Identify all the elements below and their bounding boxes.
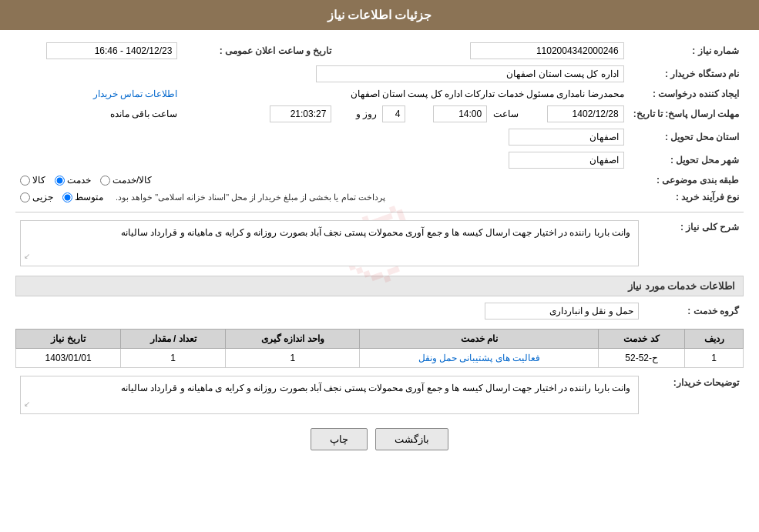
cell-name[interactable]: فعالیت های پشتیبانی حمل ونقل <box>360 349 599 368</box>
buyer-description-box: وانت باربا راننده در اختیار جهت ارسال کی… <box>20 376 639 414</box>
purchase-type-note: پرداخت تمام یا بخشی از مبلغ خریدار از مح… <box>116 192 385 202</box>
buyer-org-label: نام دستگاه خریدار : <box>629 62 744 85</box>
services-section-header: اطلاعات خدمات مورد نیاز <box>15 276 744 296</box>
reply-day-label: روز و <box>356 109 377 119</box>
divider-1 <box>15 212 744 212</box>
reply-date: 1402/12/28 <box>547 105 624 122</box>
need-description-box: وانت باربا راننده در اختیار جهت ارسال کی… <box>20 220 639 266</box>
col-header-quantity: تعداد / مقدار <box>121 330 226 349</box>
purchase-type-jozii-radio[interactable] <box>20 192 30 202</box>
print-button[interactable]: چاپ <box>311 428 368 450</box>
reply-day: 4 <box>382 105 405 122</box>
delivery-province-value: اصفهان <box>509 129 624 146</box>
col-header-row: ردیف <box>685 330 744 349</box>
cell-quantity: 1 <box>121 349 226 368</box>
buyer-org-value: اداره کل پست استان اصفهان <box>316 65 624 82</box>
category-kala-label: کالا <box>32 175 45 186</box>
service-group-value: حمل و نقل و انبارداری <box>485 303 639 320</box>
service-group-label: گروه خدمت : <box>643 299 744 323</box>
purchase-type-motavasset-radio[interactable] <box>62 192 72 202</box>
reply-time: 14:00 <box>433 105 487 122</box>
purchase-type-radio-group: جزیی متوسط <box>20 192 103 202</box>
service-group-table: گروه خدمت : حمل و نقل و انبارداری <box>15 299 744 323</box>
purchase-type-jozii[interactable]: جزیی <box>20 192 53 202</box>
purchase-type-label: نوع فرآیند خرید : <box>629 189 744 206</box>
services-table: ردیف کد خدمت نام خدمت واحد اندازه گیری ت… <box>15 329 744 368</box>
category-kala-radio[interactable] <box>20 176 30 186</box>
info-table: شماره نیاز : 1102004342000246 تاریخ و سا… <box>15 39 744 206</box>
buyer-description-table: توضیحات خریدار: وانت باربا راننده در اخت… <box>15 373 744 417</box>
delivery-province-label: استان محل تحویل : <box>629 125 744 149</box>
col-header-date: تاریخ نیاز <box>16 330 121 349</box>
need-number-label: شماره نیاز : <box>629 39 744 62</box>
category-radio-group: کالا خدمت کالا/خدمت <box>20 175 624 186</box>
cell-unit: 1 <box>226 349 360 368</box>
reply-remaining-label: ساعت باقی مانده <box>110 109 178 119</box>
requester-link[interactable]: اطلاعات تماس خریدار <box>93 89 178 99</box>
buttons-row: بازگشت چاپ <box>15 428 744 450</box>
need-description-table: شرح کلی نیاز : وانت باربا راننده در اختی… <box>15 217 744 269</box>
page-header: جزئیات اطلاعات نیاز <box>0 0 759 30</box>
category-khedmat-label: خدمت <box>67 175 91 186</box>
back-button[interactable]: بازگشت <box>375 428 448 450</box>
delivery-city-value: اصفهان <box>509 152 624 169</box>
cell-row: 1 <box>685 349 744 368</box>
purchase-type-motavasset-label: متوسط <box>75 192 103 202</box>
buyer-description-label: توضیحات خریدار: <box>643 373 744 417</box>
need-number-value: 1102004342000246 <box>470 42 624 59</box>
category-label: طبقه بندی موضوعی : <box>629 172 744 189</box>
category-khedmat[interactable]: خدمت <box>55 175 91 186</box>
cell-code: ح-52-52 <box>599 349 685 368</box>
reply-time-label: ساعت <box>493 109 519 119</box>
reply-remaining: 21:03:27 <box>270 105 331 122</box>
requester-label: ایجاد کننده درخواست : <box>629 85 744 102</box>
col-header-code: کد خدمت <box>599 330 685 349</box>
date-value: 1402/12/23 - 16:46 <box>46 42 177 59</box>
need-description-label: شرح کلی نیاز : <box>643 217 744 269</box>
col-header-unit: واحد اندازه گیری <box>226 330 360 349</box>
buyer-description-value: وانت باربا راننده در اختیار جهت ارسال کی… <box>121 383 630 393</box>
date-label: تاریخ و ساعت اعلان عمومی : <box>182 39 336 62</box>
purchase-type-jozii-label: جزیی <box>32 192 53 202</box>
category-kala-khedmat-radio[interactable] <box>100 176 110 186</box>
table-row: 1 ح-52-52 فعالیت های پشتیبانی حمل ونقل 1… <box>16 349 744 368</box>
col-header-name: نام خدمت <box>360 330 599 349</box>
category-kala[interactable]: کالا <box>20 175 45 186</box>
category-khedmat-radio[interactable] <box>55 176 65 186</box>
delivery-city-label: شهر محل تحویل : <box>629 149 744 172</box>
category-kala-khedmat-label: کالا/خدمت <box>113 175 152 186</box>
reply-deadline-label: مهلت ارسال پاسخ: تا تاریخ: <box>629 102 744 125</box>
need-description-value: وانت باربا راننده در اختیار جهت ارسال کی… <box>121 227 630 238</box>
purchase-type-motavasset[interactable]: متوسط <box>62 192 103 202</box>
page-title: جزئیات اطلاعات نیاز <box>327 8 432 22</box>
category-kala-khedmat[interactable]: کالا/خدمت <box>100 175 152 186</box>
requester-value: محمدرضا نامداری مسئول خدمات تدارکات ادار… <box>351 89 624 99</box>
cell-date: 1403/01/01 <box>16 349 121 368</box>
